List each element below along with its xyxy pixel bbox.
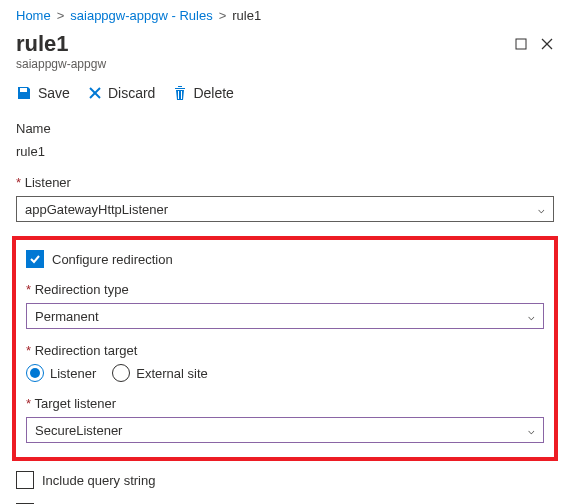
redirection-target-label: Redirection target <box>26 343 544 358</box>
discard-button[interactable]: Discard <box>88 85 155 101</box>
redirection-type-select[interactable]: Permanent ⌵ <box>26 303 544 329</box>
breadcrumb: Home > saiappgw-appgw - Rules > rule1 <box>0 0 570 31</box>
redirection-type-label: Redirection type <box>26 282 544 297</box>
include-query-checkbox[interactable] <box>16 471 34 489</box>
redirection-type-field: Redirection type Permanent ⌵ <box>26 282 544 329</box>
delete-button[interactable]: Delete <box>173 85 233 101</box>
discard-label: Discard <box>108 85 155 101</box>
name-field: Name rule1 <box>16 121 554 161</box>
close-icon[interactable] <box>540 37 554 51</box>
page-subtitle: saiappgw-appgw <box>16 57 106 71</box>
configure-redirection-row[interactable]: Configure redirection <box>26 250 544 268</box>
configure-redirection-label: Configure redirection <box>52 252 173 267</box>
radio-external[interactable] <box>112 364 130 382</box>
redirection-target-external-option[interactable]: External site <box>112 364 208 382</box>
redirection-type-value: Permanent <box>35 309 99 324</box>
target-listener-value: SecureListener <box>35 423 122 438</box>
radio-external-label: External site <box>136 366 208 381</box>
listener-field: Listener appGatewayHttpListener ⌵ <box>16 175 554 222</box>
chevron-down-icon: ⌵ <box>528 424 535 437</box>
breadcrumb-home[interactable]: Home <box>16 8 51 23</box>
breadcrumb-current: rule1 <box>232 8 261 23</box>
redirection-target-field: Redirection target Listener External sit… <box>26 343 544 382</box>
target-listener-label: Target listener <box>26 396 544 411</box>
name-label: Name <box>16 121 554 136</box>
listener-value: appGatewayHttpListener <box>25 202 168 217</box>
save-label: Save <box>38 85 70 101</box>
page-title: rule1 <box>16 31 106 57</box>
chevron-down-icon: ⌵ <box>528 310 535 323</box>
target-listener-field: Target listener SecureListener ⌵ <box>26 396 544 443</box>
header: rule1 saiappgw-appgw <box>0 31 570 75</box>
toolbar: Save Discard Delete <box>0 75 570 113</box>
listener-label: Listener <box>16 175 554 190</box>
name-value: rule1 <box>16 142 554 161</box>
include-query-label: Include query string <box>42 473 155 488</box>
redirection-target-listener-option[interactable]: Listener <box>26 364 96 382</box>
save-button[interactable]: Save <box>16 85 70 101</box>
configure-redirection-checkbox[interactable] <box>26 250 44 268</box>
chevron-right-icon: > <box>57 8 65 23</box>
breadcrumb-resource[interactable]: saiappgw-appgw - Rules <box>70 8 212 23</box>
save-icon <box>16 85 32 101</box>
svg-rect-0 <box>516 39 526 49</box>
delete-icon <box>173 85 187 101</box>
restore-icon[interactable] <box>514 37 528 51</box>
target-listener-select[interactable]: SecureListener ⌵ <box>26 417 544 443</box>
chevron-down-icon: ⌵ <box>538 203 545 216</box>
include-query-row[interactable]: Include query string <box>16 471 554 489</box>
highlight-box: Configure redirection Redirection type P… <box>12 236 558 461</box>
chevron-right-icon: > <box>219 8 227 23</box>
radio-listener[interactable] <box>26 364 44 382</box>
radio-listener-label: Listener <box>50 366 96 381</box>
listener-select[interactable]: appGatewayHttpListener ⌵ <box>16 196 554 222</box>
delete-label: Delete <box>193 85 233 101</box>
discard-icon <box>88 86 102 100</box>
